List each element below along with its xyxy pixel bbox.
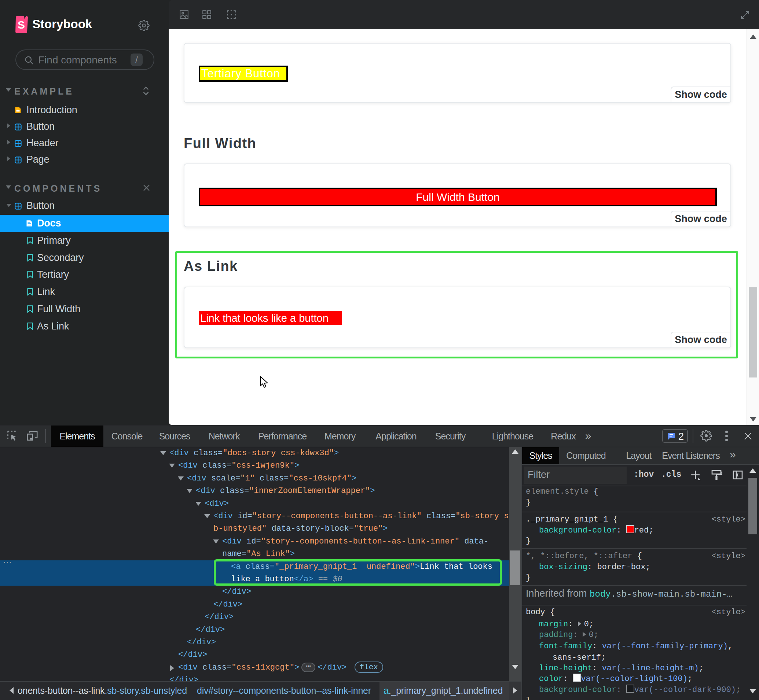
- svg-text:S: S: [17, 19, 25, 31]
